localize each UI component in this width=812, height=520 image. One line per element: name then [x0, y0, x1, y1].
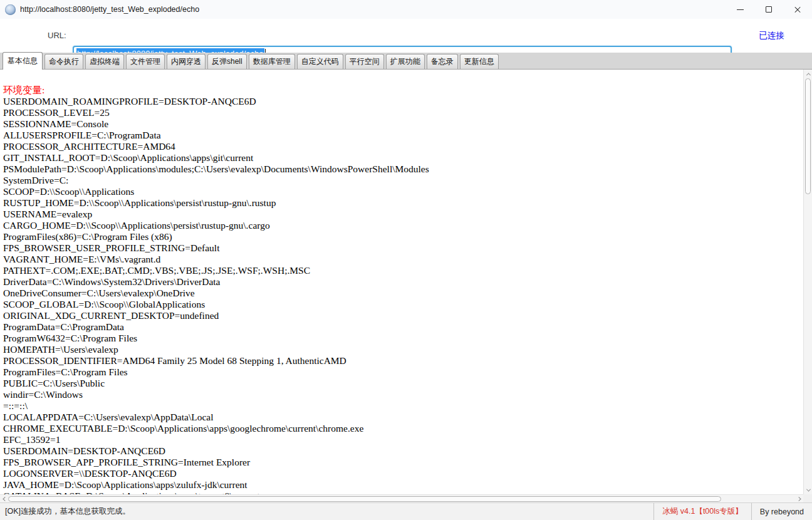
- version-label: 冰蝎 v4.1【t00ls专版】: [662, 506, 743, 517]
- env-line: RUSTUP_HOME=D:\\Scoop\\Applications\pers…: [3, 197, 803, 209]
- horizontal-scrollbar[interactable]: [0, 494, 803, 502]
- env-line: HOMEPATH=\Users\evalexp: [3, 344, 803, 355]
- tab[interactable]: 内网穿透: [167, 54, 206, 70]
- chevron-left-icon: [3, 497, 7, 501]
- tab[interactable]: 备忘录: [427, 54, 458, 70]
- url-label: URL:: [48, 31, 66, 40]
- tab[interactable]: 虚拟终端: [85, 54, 124, 70]
- env-line: ProgramFiles=C:\Program Files: [3, 367, 803, 378]
- env-line: windir=C:\Windows: [3, 389, 803, 400]
- tab[interactable]: 基本信息: [3, 52, 43, 70]
- tab[interactable]: 自定义代码: [297, 54, 343, 70]
- env-line: =::=::\: [3, 400, 803, 412]
- env-line: SCOOP_GLOBAL=D:\\Scoop\\GlobalApplicatio…: [3, 299, 803, 310]
- chevron-down-icon: [806, 487, 810, 491]
- chevron-up-icon: [806, 73, 810, 77]
- env-line: VAGRANT_HOME=E:\VMs\.vagrant.d: [3, 254, 803, 265]
- status-message: [OK]连接成功，基本信息获取完成。: [0, 506, 130, 517]
- env-line: PROCESSOR_ARCHITECTURE=AMD64: [3, 141, 803, 152]
- env-line: PROCESSOR_LEVEL=25: [3, 107, 803, 118]
- env-line: CARGO_HOME=D:\\Scoop\\Applications\persi…: [3, 220, 803, 231]
- minimize-button[interactable]: [726, 0, 754, 19]
- window-controls: [726, 0, 812, 19]
- title-bar[interactable]: http://localhost:8080/jetty_test_Web_exp…: [0, 0, 812, 19]
- scrollbar-corner: [803, 494, 812, 502]
- env-line: LOCALAPPDATA=C:\Users\evalexp\AppData\Lo…: [3, 412, 803, 423]
- maximize-icon: [766, 6, 772, 13]
- tab-bar: 基本信息命令执行虚拟终端文件管理内网穿透反弹shell数据库管理自定义代码平行空…: [0, 53, 812, 70]
- tab[interactable]: 更新信息: [460, 54, 499, 70]
- env-line: DriverData=C:\Windows\System32\Drivers\D…: [3, 276, 803, 288]
- tab[interactable]: 反弹shell: [207, 54, 247, 70]
- tabs-row: 基本信息命令执行虚拟终端文件管理内网穿透反弹shell数据库管理自定义代码平行空…: [3, 52, 499, 70]
- env-vars-heading: 环境变量:: [3, 85, 803, 96]
- env-line: LOGONSERVER=\\DESKTOP-ANQCE6D: [3, 468, 803, 479]
- maximize-button[interactable]: [754, 0, 783, 19]
- env-vars-list: USERDOMAIN_ROAMINGPROFILE=DESKTOP-ANQCE6…: [3, 96, 803, 494]
- env-line: ProgramFiles(x86)=C:\Program Files (x86): [3, 231, 803, 242]
- close-icon: [794, 6, 801, 13]
- horizontal-scrollbar-thumb[interactable]: [8, 496, 721, 502]
- behinder-window: http://localhost:8080/jetty_test_Web_exp…: [0, 0, 812, 520]
- chevron-right-icon: [796, 497, 801, 501]
- basic-info-pane[interactable]: 环境变量: USERDOMAIN_ROAMINGPROFILE=DESKTOP-…: [0, 70, 803, 494]
- env-line: SESSIONNAME=Console: [3, 118, 803, 130]
- tab[interactable]: 文件管理: [126, 54, 165, 70]
- env-line: USERDOMAIN=DESKTOP-ANQCE6D: [3, 445, 803, 457]
- status-bar-right: 冰蝎 v4.1【t00ls专版】 By rebeyond: [653, 503, 812, 520]
- tab[interactable]: 命令执行: [44, 54, 83, 70]
- env-line: GIT_INSTALL_ROOT=D:\Scoop\Applications\a…: [3, 152, 803, 164]
- tab[interactable]: 扩展功能: [386, 54, 425, 70]
- scroll-down-button[interactable]: [804, 486, 812, 494]
- app-icon: [5, 4, 16, 15]
- vertical-scrollbar-thumb[interactable]: [805, 78, 811, 194]
- env-line: SCOOP=D:\\Scoop\\Applications: [3, 186, 803, 197]
- env-line: PUBLIC=C:\Users\Public: [3, 378, 803, 389]
- connection-status-link[interactable]: 已连接: [759, 30, 785, 41]
- tab[interactable]: 平行空间: [345, 54, 384, 70]
- env-line: PROCESSOR_IDENTIFIER=AMD64 Family 25 Mod…: [3, 355, 803, 367]
- env-line: CHROME_EXECUTABLE=D:\Scoop\Applications\…: [3, 423, 803, 434]
- vertical-scrollbar[interactable]: [803, 70, 812, 494]
- scroll-up-button[interactable]: [804, 70, 812, 78]
- env-line: ProgramW6432=C:\Program Files: [3, 333, 803, 344]
- env-line: ORIGINAL_XDG_CURRENT_DESKTOP=undefined: [3, 310, 803, 321]
- tab[interactable]: 数据库管理: [249, 54, 295, 70]
- env-line: JAVA_HOME=D:\Scoop\Applications\apps\zul…: [3, 479, 803, 491]
- url-toolbar: URL: http://localhost:8080/jetty_test_We…: [0, 19, 812, 53]
- window-title: http://localhost:8080/jetty_test_Web_exp…: [20, 5, 199, 14]
- author-segment: By rebeyond: [751, 503, 812, 520]
- version-segment: 冰蝎 v4.1【t00ls专版】: [653, 503, 751, 520]
- env-line: SystemDrive=C:: [3, 175, 803, 186]
- env-line: USERNAME=evalexp: [3, 209, 803, 220]
- env-line: OneDriveConsumer=C:\Users\evalexp\OneDri…: [3, 288, 803, 299]
- env-line: ALLUSERSPROFILE=C:\ProgramData: [3, 130, 803, 141]
- minimize-icon: [737, 9, 744, 10]
- author-label: By rebeyond: [760, 507, 804, 516]
- env-line: EFC_13592=1: [3, 434, 803, 445]
- env-line: PSModulePath=D:\Scoop\Applications\modul…: [3, 164, 803, 175]
- env-line: ProgramData=C:\ProgramData: [3, 321, 803, 333]
- env-line: FPS_BROWSER_APP_PROFILE_STRING=Internet …: [3, 457, 803, 468]
- env-line: FPS_BROWSER_USER_PROFILE_STRING=Default: [3, 242, 803, 254]
- close-button[interactable]: [783, 0, 812, 19]
- env-line: PATHEXT=.COM;.EXE;.BAT;.CMD;.VBS;.VBE;.J…: [3, 265, 803, 276]
- status-bar: [OK]连接成功，基本信息获取完成。 冰蝎 v4.1【t00ls专版】 By r…: [0, 502, 812, 520]
- env-line: USERDOMAIN_ROAMINGPROFILE=DESKTOP-ANQCE6…: [3, 96, 803, 107]
